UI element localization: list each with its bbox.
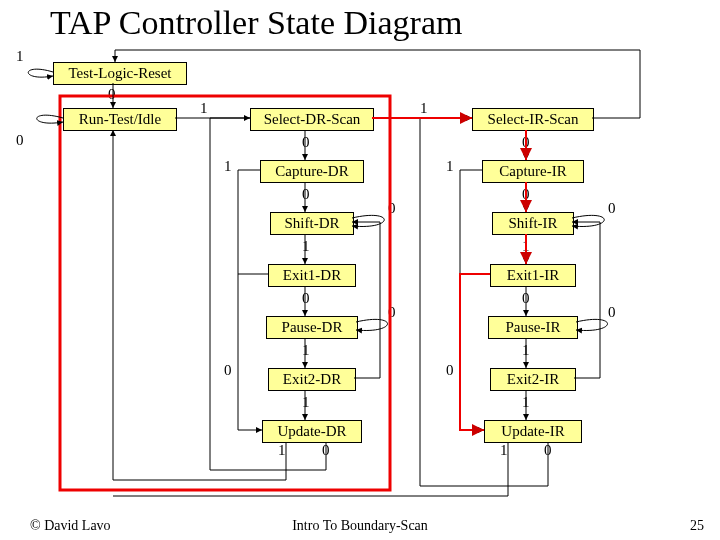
edge-exit1ir-pause: 0 — [522, 290, 530, 307]
state-exit2-ir: Exit2-IR — [490, 368, 576, 391]
edge-rti-self: 0 — [16, 132, 24, 149]
edge-pauseir-exit2: 1 — [522, 342, 530, 359]
edge-shiftdr-exit1: 1 — [302, 238, 310, 255]
footer-page: 25 — [690, 518, 704, 534]
edge-exit1dr-pause: 0 — [302, 290, 310, 307]
state-shift-ir: Shift-IR — [492, 212, 574, 235]
edge-capdr-left: 1 — [224, 158, 232, 175]
footer-author: © David Lavo — [30, 518, 111, 534]
edge-tlr-rti: 0 — [108, 86, 116, 103]
edge-pauseir-self: 0 — [608, 304, 616, 321]
edge-pausedr-exit2: 1 — [302, 342, 310, 359]
edge-capdr-shift: 0 — [302, 186, 310, 203]
edge-tlr-self: 1 — [16, 48, 24, 65]
edge-exit2ir-update: 1 — [522, 394, 530, 411]
state-update-ir: Update-IR — [484, 420, 582, 443]
edge-shiftir-exit1: 1 — [522, 238, 530, 255]
state-capture-ir: Capture-IR — [482, 160, 584, 183]
edge-seldr-selir: 1 — [420, 100, 428, 117]
state-select-dr-scan: Select-DR-Scan — [250, 108, 374, 131]
state-test-logic-reset: Test-Logic-Reset — [53, 62, 187, 85]
edge-rti-seldr: 1 — [200, 100, 208, 117]
diagram-title: TAP Controller State Diagram — [50, 4, 462, 42]
state-update-dr: Update-DR — [262, 420, 362, 443]
edge-updateir-r: 0 — [544, 442, 552, 459]
edge-updateir-l: 1 — [500, 442, 508, 459]
edge-capir-shift: 0 — [522, 186, 530, 203]
footer-title: Intro To Boundary-Scan — [292, 518, 428, 534]
state-exit2-dr: Exit2-DR — [268, 368, 356, 391]
state-pause-ir: Pause-IR — [488, 316, 578, 339]
state-pause-dr: Pause-DR — [266, 316, 358, 339]
edge-shiftdr-self: 0 — [388, 200, 396, 217]
state-exit1-dr: Exit1-DR — [268, 264, 356, 287]
edge-capir-left: 1 — [446, 158, 454, 175]
edge-updatedr-l: 1 — [278, 442, 286, 459]
state-run-test-idle: Run-Test/Idle — [63, 108, 177, 131]
edge-exit2dr-update: 1 — [302, 394, 310, 411]
edge-seldr-capdr: 0 — [302, 134, 310, 151]
edge-selir-capir: 0 — [522, 134, 530, 151]
edge-exit2dr-left: 0 — [224, 362, 232, 379]
state-select-ir-scan: Select-IR-Scan — [472, 108, 594, 131]
state-exit1-ir: Exit1-IR — [490, 264, 576, 287]
state-shift-dr: Shift-DR — [270, 212, 354, 235]
edge-pausedr-self: 0 — [388, 304, 396, 321]
state-capture-dr: Capture-DR — [260, 160, 364, 183]
edge-shiftir-self: 0 — [608, 200, 616, 217]
edge-updatedr-r: 0 — [322, 442, 330, 459]
edge-exit2ir-left: 0 — [446, 362, 454, 379]
